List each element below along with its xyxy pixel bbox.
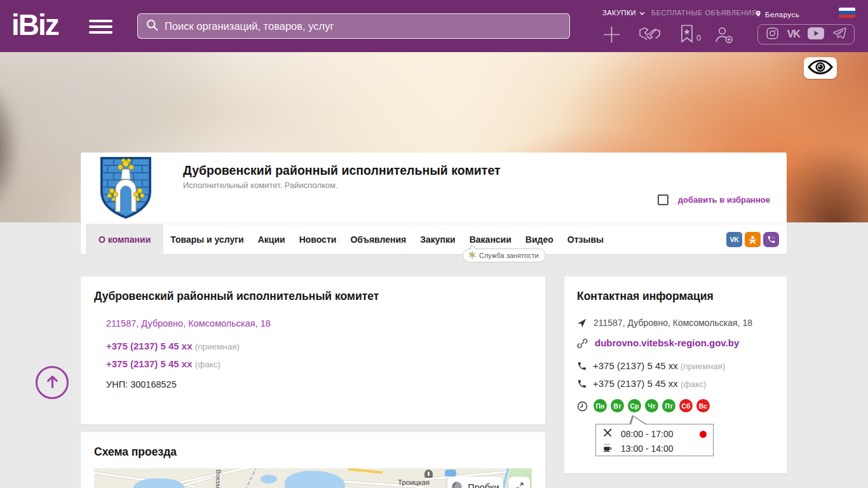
contact-phone-fax: +375 (2137) 5 45 xx (факс) xyxy=(593,378,706,389)
map-boundary-line xyxy=(242,468,258,488)
navigation-arrow-icon xyxy=(577,318,587,330)
lunch-hours-value: 13:00 - 14:00 xyxy=(621,444,674,454)
map-pond xyxy=(261,475,277,484)
map-main-road xyxy=(348,468,383,473)
nav-free-ads[interactable]: БЕСПЛАТНЫЕ ОБЪЯВЛЕНИЯ xyxy=(651,9,757,17)
phone-number-link[interactable]: +375 (2137) 5 45 xx xyxy=(106,358,193,369)
directions-title: Схема проезда xyxy=(94,445,177,459)
tab-news[interactable]: Новости xyxy=(292,224,344,255)
vacancy-tooltip: Служба занятости xyxy=(463,248,546,262)
phone-icon xyxy=(577,361,587,374)
day-sunday[interactable]: Вс xyxy=(696,399,710,412)
company-unp: УНП: 300168525 xyxy=(106,379,177,390)
map-label-troitskaya: Троицкая xyxy=(398,478,430,486)
search-icon xyxy=(146,18,159,34)
contacts-title: Контактная информация xyxy=(577,290,714,303)
youtube-icon[interactable] xyxy=(808,27,824,42)
link-chain-icon xyxy=(577,338,588,351)
working-days: Пн Вт Ср Чт Пт Сб Вс xyxy=(593,399,710,412)
chevron-down-icon xyxy=(639,9,645,17)
phone-number-link[interactable]: +375 (2137) 5 45 xx xyxy=(106,341,193,351)
vk-icon[interactable]: VK xyxy=(787,29,800,40)
day-tuesday[interactable]: Вт xyxy=(611,399,624,412)
company-tabs: О компании Товары и услуги Акции Новости… xyxy=(81,224,787,254)
tab-promos[interactable]: Акции xyxy=(251,224,292,255)
favorite-label: добавить в избранное xyxy=(678,195,770,205)
website-link[interactable]: dubrovno.vitebsk-region.gov.by xyxy=(595,337,739,348)
day-thursday[interactable]: Чт xyxy=(645,399,658,412)
contact-phone-reception: +375 (2137) 5 45 xx (приемная) xyxy=(593,360,725,371)
lunch-hours-row: 13:00 - 14:00 xyxy=(602,442,674,454)
contact-info-card: Контактная информация 211587, Дубровно, … xyxy=(564,276,787,473)
tools-icon xyxy=(602,428,613,440)
working-hours-tooltip: 08:00 - 17:00 13:00 - 14:00 xyxy=(595,424,714,456)
favorite-checkbox[interactable] xyxy=(658,194,668,205)
map-label-vokzalnaya: Вокзальная xyxy=(215,470,222,488)
map-marker-area xyxy=(445,470,456,477)
employment-asterisk-icon xyxy=(468,251,476,260)
handshake-icon[interactable] xyxy=(639,25,661,46)
phone-row-reception: +375 (2137) 5 45 xx (приемная) xyxy=(106,341,240,351)
search-input[interactable] xyxy=(165,20,562,32)
page: iBiz ЗАКУПКИ БЕСПЛАТНЫЕ ОБЪЯВЛЕНИЯ Белар… xyxy=(0,0,868,488)
add-to-favorites[interactable]: добавить в избранное xyxy=(658,194,770,205)
tab-products[interactable]: Товары и услуги xyxy=(163,224,250,255)
about-title: Дубровенский районный исполнительный ком… xyxy=(94,290,379,303)
directions-card: Схема проезда Троицкая Вокзальная Пробки xyxy=(81,432,545,488)
viber-button[interactable] xyxy=(763,232,779,247)
work-hours-row: 08:00 - 17:00 xyxy=(602,428,674,440)
day-friday[interactable]: Пт xyxy=(662,399,675,412)
company-header-card: Дубровенский районный исполнительный ком… xyxy=(81,152,787,254)
company-address-link[interactable]: 211587, Дубровно, Комсомольская, 18 xyxy=(106,318,271,329)
traffic-light-icon xyxy=(451,481,463,488)
vacancy-tooltip-label: Служба занятости xyxy=(479,252,539,259)
telegram-icon[interactable] xyxy=(832,26,846,43)
phone-icon xyxy=(577,379,587,391)
add-plus-icon[interactable] xyxy=(602,25,621,46)
tab-reviews[interactable]: Отзывы xyxy=(560,224,611,255)
top-header: iBiz ЗАКУПКИ БЕСПЛАТНЫЕ ОБЪЯВЛЕНИЯ Белар… xyxy=(0,0,868,52)
odnoklassniki-button[interactable] xyxy=(745,232,761,247)
traffic-button-label: Пробки xyxy=(468,482,499,488)
expand-map-button[interactable] xyxy=(508,477,530,488)
ibiz-logo[interactable]: iBiz xyxy=(11,8,58,42)
instagram-icon[interactable] xyxy=(766,27,779,43)
company-logo-coat-of-arms xyxy=(98,156,153,222)
phone-note: (факс) xyxy=(681,379,706,389)
coffee-cup-icon xyxy=(602,442,613,454)
phone-note: (приемная) xyxy=(681,362,725,371)
about-company-card: Дубровенский районный исполнительный ком… xyxy=(81,276,545,424)
day-wednesday[interactable]: Ср xyxy=(628,399,641,412)
phone-note: (факс) xyxy=(195,360,220,369)
day-saturday[interactable]: Сб xyxy=(679,399,693,412)
nav-country[interactable]: Беларусь xyxy=(755,9,799,20)
login-person-add-icon[interactable] xyxy=(714,25,734,46)
company-title: Дубровенский районный исполнительный ком… xyxy=(183,163,501,178)
scroll-to-top-button[interactable] xyxy=(36,366,69,399)
vk-button[interactable]: VK xyxy=(726,232,742,247)
header-social-links: VK xyxy=(757,24,855,44)
closed-now-indicator xyxy=(700,431,707,438)
tab-about[interactable]: О компании xyxy=(86,224,163,255)
favorites-bookmark-icon[interactable] xyxy=(679,24,695,46)
map-canvas[interactable]: Троицкая Вокзальная Пробки xyxy=(94,468,532,488)
map-church-icon xyxy=(424,470,433,478)
work-hours-value: 08:00 - 17:00 xyxy=(621,429,674,439)
company-subtitle: Исполнительный комитет. Райисполком. xyxy=(183,180,338,190)
phone-note: (приемная) xyxy=(195,342,240,351)
language-flag-russian[interactable] xyxy=(839,8,855,18)
traffic-button[interactable]: Пробки xyxy=(447,477,503,488)
contact-address: 211587, Дубровно, Комсомольская, 18 xyxy=(593,318,752,328)
phone-row-fax: +375 (2137) 5 45 xx (факс) xyxy=(106,358,220,369)
favorites-count: 0 xyxy=(696,33,701,43)
arrow-up-icon xyxy=(44,373,61,393)
hamburger-menu-icon[interactable] xyxy=(89,20,112,34)
day-monday[interactable]: Пн xyxy=(593,399,607,412)
accessibility-eye-button[interactable] xyxy=(804,57,837,79)
map-lake xyxy=(285,471,345,488)
expand-icon xyxy=(515,482,524,488)
tab-purchases[interactable]: Закупки xyxy=(413,224,462,255)
nav-zakupki[interactable]: ЗАКУПКИ xyxy=(602,9,645,17)
tab-ads[interactable]: Объявления xyxy=(343,224,413,255)
search-bar xyxy=(137,13,570,39)
